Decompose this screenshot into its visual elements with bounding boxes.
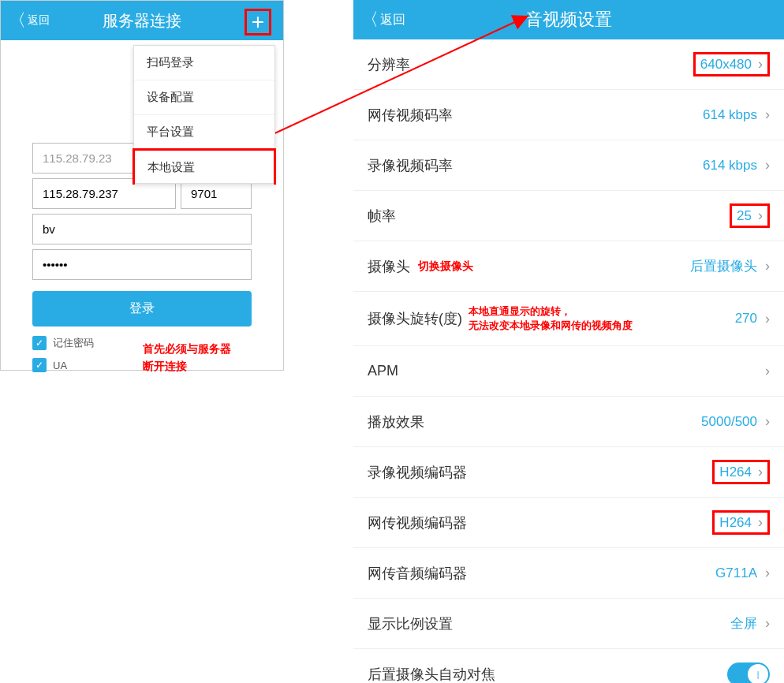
chevron-right-icon: ›: [765, 106, 770, 123]
resolution-value: 640x480: [700, 57, 752, 73]
chevron-right-icon: ›: [765, 565, 770, 581]
username-field[interactable]: [32, 214, 252, 244]
rotation-label: 摄像头旋转(度): [368, 309, 462, 328]
camera-annotation: 切换摄像头: [418, 259, 473, 274]
framerate-value: 25: [737, 208, 752, 224]
row-rotation[interactable]: 摄像头旋转(度) 本地直通显示的旋转， 无法改变本地录像和网传的视频角度 270…: [353, 292, 784, 346]
row-resolution[interactable]: 分辨率 640x480 ›: [353, 39, 784, 90]
playback-value: 5000/500: [701, 414, 757, 430]
chevron-right-icon: ›: [765, 413, 770, 430]
rec-bitrate-value: 614 kbps: [703, 158, 757, 174]
row-framerate[interactable]: 帧率 25 ›: [353, 191, 784, 241]
menu-device-config[interactable]: 设备配置: [134, 80, 274, 115]
chevron-right-icon: ›: [758, 56, 763, 73]
apm-label: APM: [368, 363, 398, 379]
camera-value: 后置摄像头: [690, 257, 757, 275]
menu-platform-settings[interactable]: 平台设置: [134, 115, 274, 150]
rotation-value: 270: [735, 311, 757, 327]
toggle-knob-icon: |: [748, 664, 768, 683]
playback-label: 播放效果: [368, 412, 424, 431]
net-encoder-value: H264: [719, 515, 752, 531]
left-title: 服务器连接: [103, 10, 181, 32]
left-header: 〈 返回 服务器连接 +: [1, 1, 283, 40]
ua-label: UA: [53, 360, 67, 371]
chevron-right-icon: ›: [765, 311, 770, 327]
back-chevron-icon[interactable]: 〈: [9, 9, 26, 32]
net-encoder-label: 网传视频编码器: [368, 513, 467, 532]
chevron-right-icon: ›: [765, 363, 770, 379]
ua-checkbox-icon[interactable]: ✓: [32, 358, 47, 372]
row-apm[interactable]: APM ›: [353, 346, 784, 397]
av-settings-screen: 〈 返回 音视频设置 分辨率 640x480 › 网传视频码率 614 kbps…: [353, 0, 784, 683]
remember-checkbox-icon[interactable]: ✓: [32, 336, 47, 350]
right-back-button[interactable]: 〈 返回: [361, 8, 405, 32]
right-title: 音视频设置: [525, 8, 612, 32]
rec-encoder-value: H264: [719, 465, 752, 480]
chevron-right-icon: ›: [758, 514, 763, 531]
resolution-label: 分辨率: [368, 55, 410, 74]
chevron-right-icon: ›: [765, 258, 770, 274]
row-audio-encoder[interactable]: 网传音频编码器 G711A ›: [353, 548, 784, 599]
row-net-bitrate[interactable]: 网传视频码率 614 kbps ›: [353, 90, 784, 140]
back-chevron-icon: 〈: [361, 8, 379, 32]
right-back-label: 返回: [380, 12, 405, 28]
red-annotation-2: 断开连接: [143, 360, 187, 374]
row-net-encoder[interactable]: 网传视频编码器 H264 ›: [353, 498, 784, 548]
audio-encoder-value: G711A: [715, 565, 757, 581]
aspect-label: 显示比例设置: [368, 614, 453, 633]
net-bitrate-label: 网传视频码率: [368, 106, 453, 125]
rec-bitrate-label: 录像视频码率: [368, 156, 453, 175]
row-playback[interactable]: 播放效果 5000/500 ›: [353, 397, 784, 447]
remember-label: 记住密码: [53, 336, 94, 350]
server-connection-screen: 〈 返回 服务器连接 + 扫码登录 设备配置 平台设置 本地设置 登录 ✓ 记住…: [0, 0, 284, 371]
chevron-right-icon: ›: [765, 615, 770, 632]
settings-list: 分辨率 640x480 › 网传视频码率 614 kbps › 录像视频码率 6…: [353, 39, 784, 683]
plus-dropdown-menu: 扫码登录 设备配置 平台设置 本地设置: [133, 45, 275, 184]
menu-local-settings[interactable]: 本地设置: [133, 148, 276, 185]
row-aspect[interactable]: 显示比例设置 全屏 ›: [353, 599, 784, 649]
chevron-right-icon: ›: [758, 464, 763, 480]
chevron-right-icon: ›: [758, 207, 763, 224]
menu-scan-login[interactable]: 扫码登录: [134, 46, 274, 80]
rotation-annotation: 本地直通显示的旋转， 无法改变本地录像和网传的视频角度: [469, 304, 633, 333]
login-button[interactable]: 登录: [32, 291, 252, 327]
password-field[interactable]: [32, 249, 252, 280]
back-label[interactable]: 返回: [28, 13, 50, 28]
aspect-value: 全屏: [730, 614, 757, 633]
audio-encoder-label: 网传音频编码器: [368, 564, 467, 583]
net-bitrate-value: 614 kbps: [703, 107, 757, 123]
red-annotation-1: 首先必须与服务器: [143, 342, 231, 356]
add-button[interactable]: +: [245, 9, 271, 35]
framerate-label: 帧率: [368, 207, 396, 226]
chevron-right-icon: ›: [765, 157, 770, 174]
row-rec-bitrate[interactable]: 录像视频码率 614 kbps ›: [353, 140, 784, 191]
rec-encoder-label: 录像视频编码器: [368, 463, 467, 482]
autofocus-label: 后置摄像头自动对焦: [368, 665, 495, 683]
row-autofocus: 后置摄像头自动对焦 |: [353, 649, 784, 683]
right-header: 〈 返回 音视频设置: [353, 0, 784, 39]
row-camera[interactable]: 摄像头 切换摄像头 后置摄像头 ›: [353, 241, 784, 292]
row-rec-encoder[interactable]: 录像视频编码器 H264 ›: [353, 447, 784, 498]
camera-label: 摄像头: [368, 257, 410, 276]
autofocus-toggle[interactable]: |: [727, 662, 770, 683]
